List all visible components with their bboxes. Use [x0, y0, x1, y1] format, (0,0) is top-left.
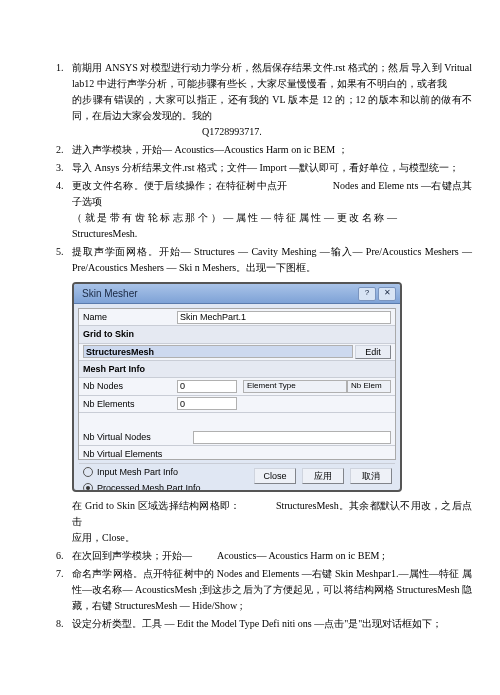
text: 设定分析类型。工具 — Edit the Model Type Defi nit… — [72, 618, 442, 629]
input-mesh-label: Input Mesh Part Info — [97, 465, 178, 479]
list-item: 设定分析类型。工具 — Edit the Model Type Defi nit… — [66, 616, 472, 632]
text: 的步骤有错误的，大家可以指正，还有我的 VL 版本是 12 的；12 的版本和以… — [72, 94, 472, 121]
text: 前期用 ANSYS 对模型进行动力学分析，然后保存结果文件.rst 格式的；然后… — [72, 62, 472, 89]
edit-label: Edit — [365, 345, 381, 359]
close-icon[interactable]: ✕ — [378, 287, 396, 301]
dialog-body: Name Skin MechPart.1 Grid to Skin Struct… — [78, 308, 396, 460]
nb-elements-label: Nb Elements — [83, 397, 177, 411]
nb-elements-field[interactable]: 0 — [177, 397, 237, 410]
list-item: 在次回到声学模块；开始— Acoustics— Acoustics Harm o… — [66, 548, 472, 564]
input-mesh-radio[interactable] — [83, 467, 93, 477]
dialog-titlebar: Skin Mesher ? ✕ — [74, 284, 400, 304]
text: 提取声学面网格。开始— Structures — Cavity Meshing … — [72, 246, 472, 273]
processed-mesh-label: Processed Mesh Part Info — [97, 481, 201, 492]
nb-vnodes-field[interactable] — [193, 431, 391, 444]
text: StructuresMesh. — [72, 228, 137, 239]
mesh-part-info-header: Mesh Part Info — [79, 361, 395, 378]
processed-mesh-radio[interactable] — [83, 483, 93, 492]
list-item: 导入 Ansys 分析结果文件.rst 格式；文件— Import —默认即可，… — [66, 160, 472, 176]
window-buttons: ? ✕ — [358, 287, 396, 301]
list-item: 提取声学面网格。开始— Structures — Cavity Meshing … — [66, 244, 472, 546]
grid-to-skin-header: Grid to Skin — [79, 326, 395, 343]
nb-nodes-label: Nb Nodes — [83, 379, 177, 393]
close-label: Close — [263, 469, 286, 483]
text: 在次回到声学模块；开始— — [72, 550, 192, 561]
dialog-screenshot: Skin Mesher ? ✕ Name Skin MechPart.1 Gri… — [72, 282, 402, 492]
nb-nodes-value: 0 — [180, 379, 185, 393]
list-item: 进入声学模块，开始— Acoustics—Acoustics Harm on i… — [66, 142, 472, 158]
nb-velem-label: Nb Virtual Elements — [83, 447, 193, 461]
list-item: 前期用 ANSYS 对模型进行动力学分析，然后保存结果文件.rst 格式的；然后… — [66, 60, 472, 140]
help-button[interactable]: ? — [358, 287, 376, 301]
nb-elem-header: Nb Elem — [347, 380, 391, 393]
nb-nodes-field[interactable]: 0 — [177, 380, 237, 393]
cancel-button[interactable]: 取消 — [350, 468, 392, 484]
name-value: Skin MechPart.1 — [180, 310, 246, 324]
text: Q1728993717. — [202, 126, 262, 137]
dialog-title: Skin Mesher — [78, 286, 138, 302]
close-button[interactable]: Close — [254, 468, 296, 484]
name-field[interactable]: Skin MechPart.1 — [177, 311, 391, 324]
text: Acoustics— Acoustics Harm on ic BEM ; — [217, 550, 385, 561]
edit-button[interactable]: Edit — [355, 345, 391, 359]
element-type-header: Element Type — [243, 380, 347, 393]
text: （就是带有齿轮标志那个）—属性—特征属性—更改名称— — [72, 212, 397, 223]
text: 导入 Ansys 分析结果文件.rst 格式；文件— Import —默认即可，… — [72, 162, 459, 173]
text: 进入声学模块，开始— Acoustics—Acoustics Harm on i… — [72, 144, 348, 155]
text: 应用，Close。 — [72, 532, 135, 543]
list-item: 更改文件名称。便于后续操作；在特征树中点开 Nodes and Eleme nt… — [66, 178, 472, 242]
nb-vnodes-label: Nb Virtual Nodes — [83, 430, 193, 444]
cancel-label: 取消 — [362, 469, 380, 483]
text: 更改文件名称。便于后续操作；在特征树中点开 — [72, 180, 287, 191]
structures-mesh-field[interactable]: StructuresMesh — [83, 345, 353, 358]
numbered-list: 前期用 ANSYS 对模型进行动力学分析，然后保存结果文件.rst 格式的；然后… — [28, 60, 472, 632]
name-label: Name — [83, 310, 177, 324]
structures-mesh-value: StructuresMesh — [86, 345, 154, 359]
apply-label: 应用 — [314, 469, 332, 483]
list-item: 命名声学网格。点开特征树中的 Nodes and Elements —右键 Sk… — [66, 566, 472, 614]
text: 命名声学网格。点开特征树中的 Nodes and Elements —右键 Sk… — [72, 568, 472, 611]
nb-elements-value: 0 — [180, 397, 185, 411]
text: 在 Grid to Skin 区域选择结构网格即： — [72, 500, 240, 511]
apply-button[interactable]: 应用 — [302, 468, 344, 484]
